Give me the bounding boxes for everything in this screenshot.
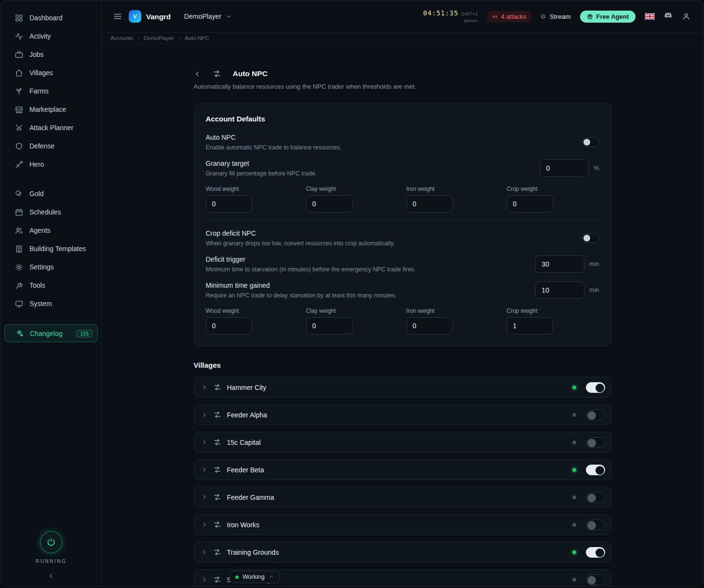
sidebar-item-dashboard[interactable]: Dashboard [1, 9, 101, 27]
sparkles-icon [15, 329, 24, 337]
sidebar-group-divider [1, 174, 101, 185]
sidebar-item-system[interactable]: System [1, 294, 101, 313]
status-dot [572, 441, 576, 444]
sidebar-item-schedules[interactable]: Schedules [1, 203, 101, 221]
sidebar-item-tools[interactable]: Tools [1, 276, 101, 294]
user-profile-icon[interactable] [682, 12, 690, 21]
briefcase-icon [15, 51, 23, 59]
expand-chevron-right-icon[interactable] [201, 521, 207, 528]
crop-weight-input[interactable] [507, 195, 553, 213]
sidebar-item-jobs[interactable]: Jobs [1, 45, 101, 64]
village-toggle[interactable] [586, 410, 605, 420]
expand-chevron-right-icon[interactable] [201, 439, 207, 445]
npc-trade-icon [213, 575, 221, 584]
signal-icon [492, 13, 498, 20]
village-toggle[interactable] [586, 547, 605, 558]
server-label: server [423, 18, 478, 24]
account-defaults-card: Account Defaults Auto NPC Enable automat… [194, 103, 611, 347]
sidebar-item-changelog[interactable]: Changelog 115 [4, 324, 98, 342]
village-toggle[interactable] [586, 520, 605, 530]
back-button[interactable] [194, 70, 201, 78]
village-toggle[interactable] [586, 437, 605, 448]
setting-crop-deficit: Crop deficit NPC When granary drops too … [206, 229, 599, 247]
breadcrumb-accounts[interactable]: Accounts [110, 35, 133, 41]
sidebar-item-farms[interactable]: Farms [1, 82, 101, 100]
sidebar-item-building-templates[interactable]: Building Templates [1, 240, 101, 258]
village-row[interactable]: Feeder Alpha [194, 404, 611, 425]
expand-chevron-right-icon[interactable] [201, 384, 207, 390]
discord-icon[interactable] [664, 11, 673, 22]
breadcrumb-account[interactable]: DemoPlayer [144, 35, 174, 41]
village-row[interactable]: Training Grounds [194, 542, 611, 562]
menu-toggle-button[interactable] [113, 12, 122, 21]
card-divider [206, 220, 599, 221]
stream-dot-icon [540, 13, 546, 20]
village-row[interactable]: Iron Works [194, 514, 611, 535]
page-title: Auto NPC [233, 69, 268, 78]
deficit-crop-weight-input[interactable] [507, 317, 553, 334]
deficit-trigger-input[interactable] [535, 255, 584, 273]
monitor-icon [15, 300, 23, 308]
breadcrumb-separator-icon: › [178, 35, 180, 41]
expand-chevron-right-icon[interactable] [201, 549, 207, 555]
village-toggle[interactable] [586, 575, 605, 585]
sidebar-item-hero[interactable]: Hero [1, 155, 101, 174]
auto-npc-toggle[interactable] [582, 137, 599, 147]
village-row[interactable]: Feeder Beta [194, 459, 611, 480]
expand-chevron-right-icon[interactable] [201, 576, 207, 583]
sidebar-item-defense[interactable]: Defense [1, 137, 101, 155]
village-toggle[interactable] [586, 492, 605, 503]
sidebar-item-gold[interactable]: Gold [1, 185, 101, 203]
app-logo [129, 10, 141, 23]
crop-deficit-toggle[interactable] [582, 233, 599, 243]
deficit-clay-weight-input[interactable] [306, 317, 352, 334]
deficit-wood-weight-input[interactable] [206, 317, 252, 334]
npc-trade-icon [213, 548, 221, 556]
status-dot [572, 413, 576, 417]
expand-chevron-right-icon[interactable] [201, 412, 207, 418]
granary-target-input[interactable] [540, 160, 589, 177]
village-toggle[interactable] [586, 382, 605, 393]
account-switcher[interactable]: DemoPlayer [184, 13, 232, 20]
sidebar-item-label: Defense [29, 142, 54, 150]
language-flag-uk-icon[interactable] [645, 13, 655, 20]
sidebar-item-label: Changelog [30, 330, 63, 337]
clay-weight-input[interactable] [306, 195, 352, 213]
building-icon [15, 245, 23, 253]
weight-label: Iron weight [406, 307, 499, 314]
free-agent-button[interactable]: Free Agent [580, 11, 636, 23]
incoming-attacks-badge[interactable]: 4 attacks [487, 11, 531, 22]
npc-trade-icon [213, 466, 221, 474]
setting-label: Minimum time gained [206, 281, 397, 289]
status-dot [572, 523, 576, 527]
sidebar-item-villages[interactable]: Villages [1, 64, 101, 82]
expand-chevron-right-icon[interactable] [201, 467, 207, 473]
expand-chevron-right-icon[interactable] [201, 494, 207, 500]
minimum-time-gained-input[interactable] [535, 281, 584, 299]
wood-weight-input[interactable] [206, 195, 252, 213]
sidebar-collapse-button[interactable] [47, 572, 55, 580]
main-area: Vangrd DemoPlayer 04:51:35 GMT+1 server … [102, 0, 703, 587]
chevron-down-icon [226, 13, 232, 20]
npc-trade-icon [213, 383, 221, 391]
village-row[interactable]: Feeder Gamma [194, 487, 611, 508]
stream-menu-item[interactable]: Stream [540, 13, 571, 20]
setting-description: Require an NPC trade to delay starvation… [206, 292, 397, 299]
iron-weight-input[interactable] [406, 195, 453, 213]
village-row[interactable]: 15c Capital [194, 432, 611, 453]
power-button[interactable] [40, 531, 62, 553]
setting-minimum-time-gained: Minimum time gained Require an NPC trade… [206, 281, 599, 299]
card-title: Account Defaults [206, 115, 599, 123]
village-toggle[interactable] [586, 465, 605, 475]
content-scroll-area: Auto NPC Automatically balance resources… [102, 44, 703, 587]
sidebar-item-settings[interactable]: Settings [1, 258, 101, 276]
sidebar-item-agents[interactable]: Agents [1, 221, 101, 240]
sidebar-item-activity[interactable]: Activity [1, 27, 101, 45]
village-row[interactable]: Hammer City [194, 377, 611, 398]
sidebar-item-attack-planner[interactable]: Attack Planner [1, 119, 101, 137]
deficit-iron-weight-input[interactable] [406, 317, 453, 334]
working-status-pill[interactable]: Working [230, 571, 280, 583]
bot-status-label: RUNNING [36, 559, 67, 564]
sidebar-item-marketplace[interactable]: Marketplace [1, 100, 101, 119]
default-weights: Wood weight Clay weight Iron weight [206, 186, 599, 213]
